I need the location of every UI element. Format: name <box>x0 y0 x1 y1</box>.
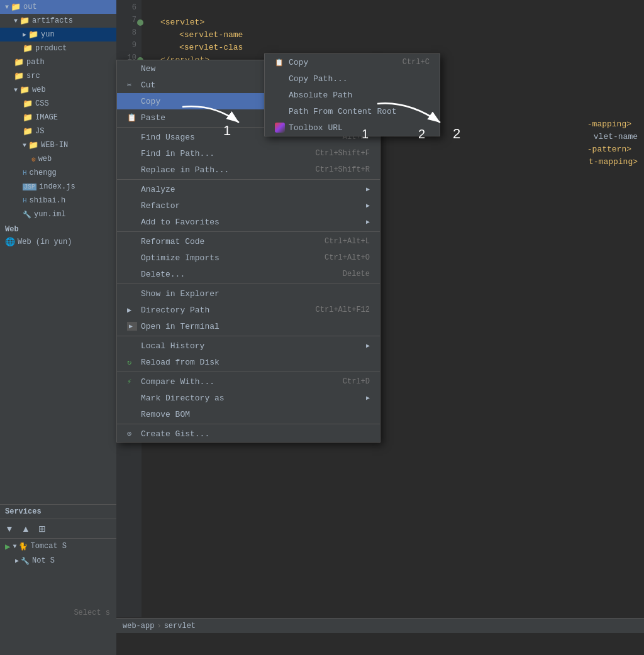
menu-label-optimizeimports: Optimize Imports <box>141 253 312 263</box>
tree-label-yun: yun <box>41 30 55 39</box>
separator-7 <box>117 424 380 424</box>
menu-item-delete[interactable]: Delete... Delete <box>117 266 380 282</box>
tomcat-label: Tomcat S <box>30 542 67 551</box>
tree-item-src[interactable]: 📁 src <box>0 69 116 83</box>
folder-icon-image: 📁 <box>23 113 33 123</box>
menu-item-directorypath[interactable]: ▶ Directory Path Ctrl+Alt+F12 <box>117 302 380 318</box>
h-file-icon2: H <box>23 197 27 204</box>
submenu-shortcut-copy: Ctrl+C <box>402 58 430 67</box>
folder-icon-out: 📁 <box>11 2 21 12</box>
menu-label-localhistory: Local History <box>141 341 361 351</box>
submenu-label-absolutepath: Absolute Path <box>289 91 430 100</box>
menu-item-markdirectoryas[interactable]: Mark Directory as ▶ <box>117 390 380 406</box>
submenu-item-toolboxurl[interactable]: Toolbox URL <box>265 119 440 136</box>
tree-item-css[interactable]: 📁 CSS <box>0 97 116 111</box>
tree-item-js[interactable]: 📁 JS <box>0 124 116 138</box>
menu-item-reloadfromdisk[interactable]: ↻ Reload from Disk <box>117 354 380 370</box>
pattern-tag: -pattern> <box>587 145 631 154</box>
arrow-out: ▼ <box>5 4 9 11</box>
menu-item-showinexplorer[interactable]: Show in Explorer <box>117 285 380 302</box>
servlet-name-tag: <servlet-name <box>179 30 243 40</box>
jsp-file-icon: JSP <box>23 184 36 190</box>
tree-item-web[interactable]: ▼ 📁 web <box>0 83 116 97</box>
menu-item-openinterminal[interactable]: ▶ Open in Terminal <box>117 318 380 334</box>
separator-2 <box>117 179 380 180</box>
not-s-label: Not S <box>32 556 55 565</box>
menu-icon-directorypath: ▶ <box>127 305 137 315</box>
tree-item-webinf[interactable]: ▼ 📁 WEB-IN <box>0 138 116 152</box>
submenu-label-copy: Copy <box>289 58 402 67</box>
tree-item-yun[interactable]: ▶ 📁 yun <box>0 28 116 41</box>
menu-item-replaceinpath[interactable]: Replace in Path... Ctrl+Shift+R <box>117 162 380 178</box>
submenu-item-copypath[interactable]: Copy Path... <box>265 70 440 87</box>
menu-label-findinpath: Find in Path... <box>141 149 303 158</box>
menu-item-localhistory[interactable]: Local History ▶ <box>117 338 380 354</box>
gutter-indicator-7 <box>137 19 143 26</box>
services-header: Services <box>0 505 116 519</box>
tree-item-chengg[interactable]: H chengg <box>0 166 116 180</box>
submenu-label-copypath: Copy Path... <box>289 74 430 84</box>
menu-shortcut-delete: Delete <box>343 270 370 278</box>
menu-label-replaceinpath: Replace in Path... <box>141 165 303 175</box>
menu-shortcut-findinpath: Ctrl+Shift+F <box>316 149 370 158</box>
menu-shortcut-directorypath: Ctrl+Alt+F12 <box>316 305 370 314</box>
menu-icon-creategist: ⊙ <box>127 429 137 439</box>
toolbar-btn-grid[interactable]: ⊞ <box>35 522 49 536</box>
arrow-yun: ▶ <box>23 31 26 38</box>
tree-item-web-xml[interactable]: ⚙ web <box>0 152 116 166</box>
servlet-open-tag: <servlet> <box>160 18 204 27</box>
submenu-item-pathfromcontentroot[interactable]: Path From Content Root <box>265 103 440 119</box>
tomcat-server-item[interactable]: ▶ ▼ 🐈 Tomcat S <box>0 539 116 554</box>
code-line-8: <servlet-name <box>142 28 644 41</box>
not-s-arrow: ▶ <box>15 557 19 564</box>
tree-item-artifacts[interactable]: ▼ 📁 artifacts <box>0 14 116 28</box>
tomcat-icon: 🐈 <box>18 542 28 551</box>
menu-item-creategist[interactable]: ⊙ Create Gist... <box>117 426 380 442</box>
menu-shortcut-comparewith: Ctrl+D <box>343 377 370 386</box>
tree-item-path[interactable]: 📁 path <box>0 55 116 69</box>
tree-item-shibai[interactable]: H shibai.h <box>0 194 116 207</box>
tree-item-web-in-yun[interactable]: 🌐 Web (in yun) <box>0 235 116 249</box>
menu-label-analyze: Analyze <box>141 185 361 194</box>
menu-item-favorites[interactable]: Add to Favorites ▶ <box>117 214 380 230</box>
xml-file-icon: ⚙ <box>31 155 36 163</box>
breadcrumb: web-app › servlet <box>116 618 644 633</box>
tree-item-out[interactable]: ▼ 📁 out <box>0 0 116 14</box>
menu-item-removebom[interactable]: Remove BOM <box>117 406 380 422</box>
tree-label-indexjs: index.js <box>39 182 75 191</box>
tree-label-product: product <box>35 44 67 53</box>
toolbar-btn-run[interactable]: ▼ <box>3 522 16 536</box>
vlet-name-tag: vlet-name <box>594 132 638 141</box>
tomcat-arrow: ▼ <box>13 543 16 550</box>
tree-label-web-in-yun: Web (in yun) <box>18 238 72 246</box>
separator-3 <box>117 231 380 232</box>
line-6: 6 <box>116 3 142 16</box>
servlet-mapping-tag: -mapping> <box>587 119 631 129</box>
menu-item-optimizeimports[interactable]: Optimize Imports Ctrl+Alt+O <box>117 250 380 266</box>
menu-item-reformat[interactable]: Reformat Code Ctrl+Alt+L <box>117 233 380 250</box>
tree-label-artifacts: artifacts <box>32 16 73 25</box>
menu-shortcut-optimizeimports: Ctrl+Alt+O <box>325 253 370 262</box>
arrow-webinf: ▼ <box>23 142 26 149</box>
tree-label-chengg: chengg <box>30 168 57 177</box>
tree-label-js: JS <box>35 127 44 136</box>
breadcrumb-part2: servlet <box>164 622 196 630</box>
menu-icon-cut: ✂ <box>127 80 137 90</box>
menu-label-openinterminal: Open in Terminal <box>141 322 370 331</box>
folder-icon-js: 📁 <box>23 126 33 136</box>
services-panel: Services ▼ ▲ ⊞ ▶ ▼ 🐈 Tomcat S ▶ 🔧 Not S … <box>0 504 116 655</box>
tree-item-image[interactable]: 📁 IMAGE <box>0 111 116 124</box>
submenu-item-copy[interactable]: 📋 Copy Ctrl+C <box>265 54 440 70</box>
toolbar-btn-stop[interactable]: ▲ <box>19 522 33 536</box>
menu-item-analyze[interactable]: Analyze ▶ <box>117 181 380 197</box>
tree-item-indexjs[interactable]: JSP index.js <box>0 180 116 194</box>
tree-label-src: src <box>26 72 40 80</box>
tree-item-yuniml[interactable]: 🔧 yun.iml <box>0 207 116 221</box>
not-started-item[interactable]: ▶ 🔧 Not S <box>0 554 116 568</box>
menu-item-findinpath[interactable]: Find in Path... Ctrl+Shift+F <box>117 145 380 162</box>
submenu-item-absolutepath[interactable]: Absolute Path <box>265 87 440 103</box>
tree-item-product[interactable]: 📁 product <box>0 41 116 55</box>
menu-item-comparewith[interactable]: ⚡ Compare With... Ctrl+D <box>117 373 380 390</box>
menu-item-refactor[interactable]: Refactor ▶ <box>117 197 380 214</box>
tree-label-shibai: shibai.h <box>30 196 66 205</box>
